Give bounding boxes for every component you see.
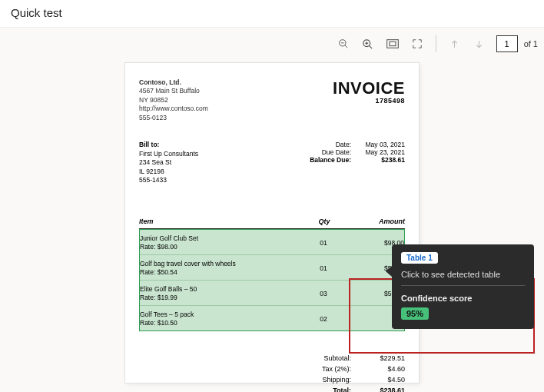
fullscreen-icon[interactable] — [406, 33, 428, 55]
table-row: Elite Golf Balls – 50Rate: $19.99 03 $59… — [140, 281, 404, 306]
table-row: Golf Tees – 5 packRate: $10.50 02 $21 — [140, 306, 404, 331]
tooltip-hint: Click to see detected table — [401, 270, 525, 279]
table-row: Golf bag travel cover with wheelsRate: $… — [140, 255, 404, 281]
confidence-score: 95% — [401, 307, 429, 320]
fit-width-icon[interactable] — [382, 33, 403, 55]
confidence-label: Confidence score — [401, 294, 525, 303]
table-row: Junior Golf Club SetRate: $98.00 01 $98.… — [140, 230, 404, 255]
zoom-out-icon[interactable] — [333, 33, 354, 55]
document-stage: Contoso, Ltd. 4567 Main St Buffalo NY 90… — [0, 58, 544, 392]
tooltip-caret-icon — [386, 266, 392, 277]
zoom-in-icon[interactable] — [357, 33, 379, 55]
prev-page-icon[interactable] — [444, 33, 466, 55]
svg-line-4 — [370, 45, 373, 48]
next-page-icon[interactable] — [469, 33, 490, 55]
table-header: Item Qty Amount — [139, 218, 405, 229]
svg-rect-7 — [386, 40, 398, 48]
detected-table-region[interactable]: Junior Golf Club SetRate: $98.00 01 $98.… — [139, 229, 405, 331]
tooltip-divider — [401, 285, 525, 286]
invoice-dates: Date:May 03, 2021 Due Date:May 23, 2021 … — [307, 141, 405, 184]
svg-rect-8 — [390, 42, 396, 45]
page-title: Quick test — [0, 0, 544, 27]
table-tooltip: Table 1 Click to see detected table Conf… — [392, 244, 534, 329]
invoice-heading: INVOICE 1785498 — [333, 78, 405, 122]
invoice-totals: Subtotal:$229.51 Tax (2%):$4.60 Shipping… — [139, 353, 405, 392]
page-number-input[interactable] — [496, 35, 518, 52]
svg-line-1 — [344, 45, 347, 48]
sender-address: Contoso, Ltd. 4567 Main St Buffalo NY 90… — [139, 78, 208, 122]
viewer-toolbar: of 1 — [0, 27, 544, 61]
invoice-document[interactable]: Contoso, Ltd. 4567 Main St Buffalo NY 90… — [125, 63, 419, 383]
page-of-label: of 1 — [524, 39, 538, 48]
bill-to-block: Bill to: First Up Consultants 234 Sea St… — [139, 141, 198, 184]
line-items-table: Item Qty Amount Junior Golf Club SetRate… — [139, 218, 405, 331]
toolbar-separator — [436, 35, 436, 52]
tooltip-badge[interactable]: Table 1 — [401, 252, 438, 264]
